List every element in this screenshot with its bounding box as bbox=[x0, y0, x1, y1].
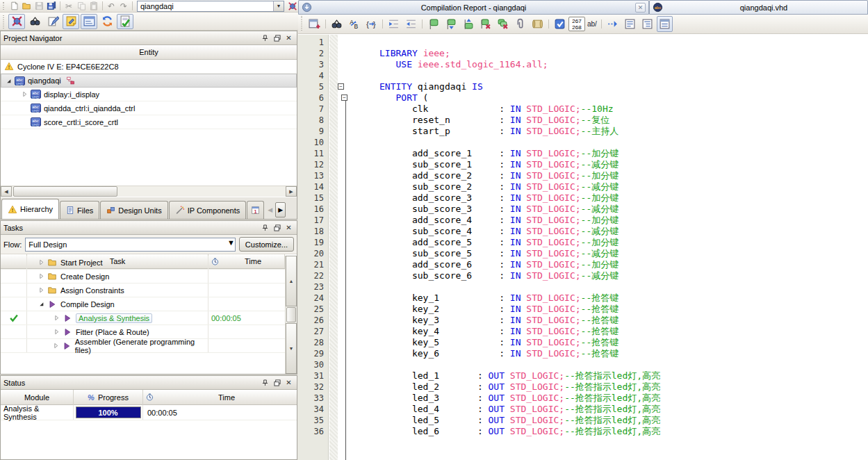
scroll-left-icon[interactable]: ◀ bbox=[1, 186, 12, 197]
line-number[interactable]: 36 bbox=[298, 426, 329, 437]
undo-icon[interactable]: ↶ bbox=[105, 1, 117, 12]
copy-icon[interactable] bbox=[75, 1, 88, 12]
float-window-icon[interactable] bbox=[272, 33, 282, 43]
tree-item-display-i-display[interactable]: abcVHDdisplay:i_display bbox=[1, 88, 297, 101]
project-selector[interactable]: qiangdaqi ▼ bbox=[137, 1, 284, 12]
line-number[interactable]: 6 bbox=[298, 92, 329, 104]
line-number[interactable]: 25 bbox=[298, 304, 329, 315]
refresh-icon[interactable] bbox=[99, 14, 115, 29]
toolbar-grip[interactable] bbox=[1, 14, 6, 28]
toolbar-grip[interactable] bbox=[300, 16, 304, 32]
line-number[interactable]: 29 bbox=[298, 348, 329, 359]
find-icon[interactable] bbox=[329, 16, 345, 32]
text-editor-icon[interactable] bbox=[44, 14, 61, 29]
line-number[interactable]: 13 bbox=[298, 170, 329, 181]
unindent-icon[interactable] bbox=[403, 16, 419, 32]
outline-icon[interactable] bbox=[622, 16, 638, 32]
tab-ip-components[interactable]: IP Components bbox=[169, 201, 247, 219]
tab-qiangdaqi-vhd[interactable]: abc qiangdaqi.vhd bbox=[649, 0, 868, 15]
task-window-icon[interactable] bbox=[117, 14, 133, 29]
line-number[interactable]: 11 bbox=[298, 148, 329, 159]
line-number[interactable]: 20 bbox=[298, 248, 329, 259]
line-number[interactable]: 7 bbox=[298, 104, 329, 115]
attach-icon[interactable] bbox=[512, 16, 528, 32]
line-number[interactable]: 18 bbox=[298, 226, 329, 237]
line-number[interactable]: 15 bbox=[298, 192, 329, 204]
line-number[interactable]: 24 bbox=[298, 293, 329, 304]
scroll-thumb[interactable] bbox=[13, 186, 117, 197]
line-number[interactable]: 9 bbox=[298, 126, 329, 137]
task-row-compile-design[interactable]: Compile Design bbox=[1, 297, 285, 311]
expander-icon[interactable] bbox=[51, 329, 62, 335]
close-icon[interactable]: ✕ bbox=[284, 223, 294, 233]
line-number[interactable]: 12 bbox=[298, 159, 329, 170]
open-project-icon[interactable] bbox=[20, 1, 33, 12]
task-row-analysis-synthesis[interactable]: Analysis & Synthesis00:00:05 bbox=[1, 311, 285, 325]
chevron-down-icon[interactable]: ▼ bbox=[227, 238, 235, 251]
tab-hierarchy[interactable]: !Hierarchy bbox=[1, 199, 59, 219]
tab-revisions[interactable]: 1 bbox=[247, 201, 264, 219]
template-icon[interactable] bbox=[530, 16, 546, 32]
expander-icon[interactable] bbox=[35, 301, 47, 307]
line-number[interactable]: 19 bbox=[298, 237, 329, 248]
expander-expanded-icon[interactable] bbox=[3, 78, 14, 84]
compiler-tool-icon[interactable] bbox=[8, 14, 25, 29]
line-number[interactable]: 3 bbox=[298, 59, 329, 70]
tab-scroll-left-icon[interactable]: ◀ bbox=[265, 202, 275, 217]
task-row-assign-constraints[interactable]: Assign Constraints bbox=[1, 284, 285, 297]
scroll-down-icon[interactable]: ▼ bbox=[286, 323, 297, 374]
pin-icon[interactable] bbox=[260, 378, 270, 388]
compilation-dashboard-icon[interactable] bbox=[286, 1, 299, 12]
new-window-icon[interactable] bbox=[306, 16, 322, 32]
expander-icon[interactable] bbox=[51, 315, 62, 321]
line-number[interactable]: 33 bbox=[298, 393, 329, 404]
line-number[interactable]: 10 bbox=[298, 137, 329, 148]
line-number[interactable]: 26 bbox=[298, 315, 329, 326]
close-icon[interactable]: ✕ bbox=[284, 33, 294, 43]
expander-icon[interactable] bbox=[35, 259, 47, 265]
line-number[interactable]: 4 bbox=[298, 70, 329, 81]
task-row-start-project[interactable]: Start Project bbox=[1, 256, 285, 270]
comment-tool-icon[interactable]: ab/ bbox=[585, 20, 599, 28]
scroll-up-icon[interactable]: ▲ bbox=[286, 256, 297, 306]
tasks-vscrollbar[interactable]: ▲ ▼ bbox=[285, 256, 297, 374]
flow-selector[interactable]: Full Design ▼ bbox=[25, 238, 236, 252]
notes-icon[interactable] bbox=[63, 14, 79, 29]
expander-icon[interactable] bbox=[35, 273, 47, 279]
float-window-icon[interactable] bbox=[272, 223, 282, 233]
pin-icon[interactable] bbox=[260, 33, 270, 43]
line-number[interactable]: 22 bbox=[298, 270, 329, 281]
line-number[interactable]: 31 bbox=[298, 370, 329, 381]
line-number[interactable]: 23 bbox=[298, 281, 329, 293]
redo-icon[interactable]: ↷ bbox=[117, 1, 130, 12]
tab-files[interactable]: Files bbox=[60, 201, 99, 219]
line-number[interactable]: 21 bbox=[298, 259, 329, 270]
line-number[interactable]: 14 bbox=[298, 181, 329, 192]
cut-icon[interactable]: ✂ bbox=[63, 1, 75, 12]
tab-scroll-right-icon[interactable]: ▶ bbox=[275, 202, 286, 217]
line-number[interactable]: 16 bbox=[298, 204, 329, 215]
tab-design-units[interactable]: Design Units bbox=[100, 201, 167, 219]
close-icon[interactable]: ✕ bbox=[635, 3, 646, 13]
indent-icon[interactable] bbox=[386, 16, 402, 32]
match-delimiter-icon[interactable]: {} bbox=[363, 16, 379, 32]
expander-collapsed-icon[interactable] bbox=[19, 91, 30, 97]
expander-icon[interactable] bbox=[51, 343, 61, 349]
full-view-icon[interactable] bbox=[657, 16, 673, 32]
line-number[interactable]: 2 bbox=[298, 48, 329, 59]
tree-item-qiandda-ctrl-i-qiandda-ctrl[interactable]: abcVHDqiandda_ctrl:i_qiandda_ctrl bbox=[1, 101, 297, 115]
save-icon[interactable] bbox=[33, 1, 45, 12]
message-window-icon[interactable] bbox=[81, 14, 97, 29]
code-editor[interactable]: − − 12LIBRARY ieee;3 USE ieee.std_logic_… bbox=[298, 35, 868, 460]
close-icon[interactable]: ✕ bbox=[284, 378, 294, 388]
properties-icon[interactable] bbox=[639, 16, 655, 32]
line-number[interactable]: 34 bbox=[298, 404, 329, 415]
task-row-assembler-generate-programming-files-[interactable]: Assembler (Generate programming files) bbox=[1, 339, 285, 353]
bookmark-toggle-icon[interactable] bbox=[425, 16, 441, 32]
bookmark-delete-icon[interactable] bbox=[477, 16, 493, 32]
pin-icon[interactable] bbox=[260, 223, 270, 233]
bookmark-delete-all-icon[interactable] bbox=[495, 16, 511, 32]
navigator-hscrollbar[interactable]: ◀ ▶ bbox=[1, 186, 297, 197]
expander-icon[interactable] bbox=[35, 287, 47, 293]
line-number[interactable]: 35 bbox=[298, 415, 329, 426]
